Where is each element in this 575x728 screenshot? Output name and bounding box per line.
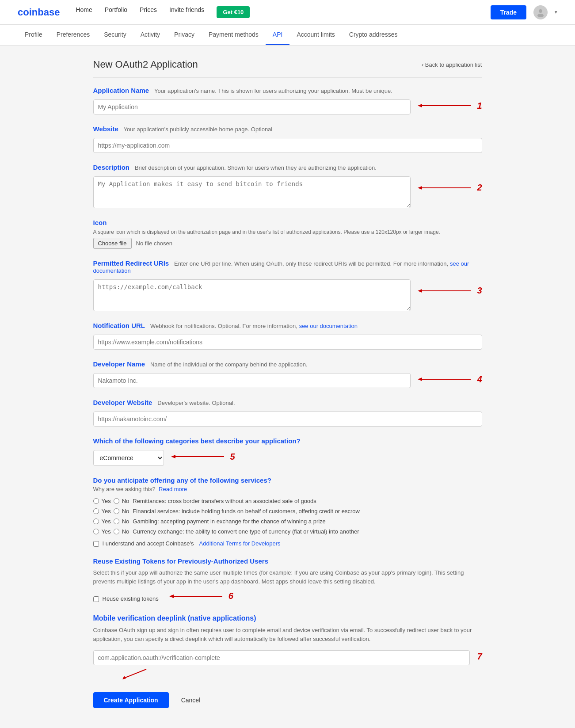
- service-label-3: Currency exchange: the ability to conver…: [133, 528, 359, 535]
- terms-checkbox-row: I understand and accept Coinbase's Addit…: [93, 540, 482, 547]
- app-name-input[interactable]: [93, 99, 411, 114]
- nav-portfolio[interactable]: Portfolio: [105, 6, 127, 18]
- tab-account-limits[interactable]: Account limits: [289, 25, 342, 45]
- tab-payment-methods[interactable]: Payment methods: [202, 25, 266, 45]
- reuse-tokens-checkbox[interactable]: [93, 596, 99, 602]
- annotation-num-3: 3: [477, 286, 482, 296]
- notification-doc-link[interactable]: see our documentation: [299, 323, 358, 329]
- tab-preferences[interactable]: Preferences: [50, 25, 97, 45]
- icon-label: Icon: [93, 219, 107, 226]
- mobile-deeplink-input[interactable]: [93, 650, 470, 665]
- service-yes-radio-2[interactable]: [93, 518, 99, 524]
- redirect-uris-textarea[interactable]: [93, 279, 411, 311]
- service-no-radio-0[interactable]: [114, 498, 119, 504]
- mobile-deeplink-title: Mobile verification deeplink (native app…: [93, 614, 482, 622]
- reuse-tokens-desc: Select this if your app will authorize t…: [93, 568, 482, 586]
- service-yes-no-3: Yes No: [93, 528, 129, 535]
- page-title: New OAuth2 Application: [93, 59, 198, 70]
- tab-security[interactable]: Security: [97, 25, 133, 45]
- annotation-2: 2: [418, 183, 482, 193]
- description-textarea[interactable]: [93, 176, 411, 208]
- header: coinbase Home Portfolio Prices Invite fr…: [0, 0, 575, 25]
- trade-button[interactable]: Trade: [491, 5, 526, 19]
- tab-api[interactable]: API: [266, 25, 290, 45]
- website-desc: Your application's publicly accessible h…: [124, 126, 273, 133]
- terms-label: I understand and accept Coinbase's: [103, 540, 194, 547]
- redirect-uris-section: Permitted Redirect URIs Enter one URI pe…: [93, 259, 482, 311]
- category-select[interactable]: eCommerce Finance Gaming Social Other: [93, 450, 164, 466]
- nav-prices[interactable]: Prices: [140, 6, 157, 18]
- service-yes-radio-3[interactable]: [93, 529, 99, 534]
- service-label-2: Gambling: accepting payment in exchange …: [133, 518, 325, 525]
- create-application-button[interactable]: Create Application: [93, 692, 169, 708]
- icon-desc: A square icon which is displayed on the …: [93, 229, 482, 235]
- services-read-more-link[interactable]: Read more: [159, 486, 187, 492]
- website-input[interactable]: [93, 138, 482, 153]
- category-label: Which of the following categories best d…: [93, 437, 301, 445]
- tab-privacy[interactable]: Privacy: [167, 25, 202, 45]
- annotation-num-7: 7: [477, 652, 482, 662]
- service-no-radio-2[interactable]: [114, 518, 119, 524]
- nav-invite[interactable]: Invite friends: [169, 6, 204, 18]
- service-no-radio-3[interactable]: [114, 529, 119, 534]
- tab-activity[interactable]: Activity: [133, 25, 167, 45]
- cancel-button[interactable]: Cancel: [174, 692, 208, 708]
- service-yes-radio-0[interactable]: [93, 498, 99, 504]
- notification-url-label: Notification URL: [93, 322, 145, 329]
- app-name-desc: Your application's name. This is shown f…: [154, 88, 392, 94]
- category-label-row: Which of the following categories best d…: [93, 437, 482, 445]
- service-yes-no-1: Yes No: [93, 508, 129, 515]
- developer-website-desc: Developer's website. Optional.: [157, 400, 235, 406]
- main-content: New OAuth2 Application ‹ Back to applica…: [76, 46, 500, 728]
- svg-marker-9: [418, 377, 422, 381]
- annotation-7-arrow: [120, 667, 155, 680]
- terms-link[interactable]: Additional Terms for Developers: [199, 540, 281, 547]
- main-nav: Home Portfolio Prices Invite friends Get…: [76, 6, 490, 18]
- terms-checkbox[interactable]: [93, 541, 99, 547]
- description-label: Description: [93, 164, 130, 171]
- developer-website-label-row: Developer Website Developer's website. O…: [93, 399, 482, 406]
- developer-name-input[interactable]: [93, 373, 411, 388]
- annotation-num-4: 4: [477, 374, 482, 385]
- service-row-1: Yes No Financial services: include holdi…: [93, 508, 482, 515]
- description-desc: Brief description of your application. S…: [135, 164, 377, 171]
- svg-point-1: [537, 14, 544, 17]
- nav-home[interactable]: Home: [76, 6, 92, 18]
- reuse-tokens-section: Reuse Existing Tokens for Previously-Aut…: [93, 557, 482, 602]
- description-label-row: Description Brief description of your ap…: [93, 164, 482, 171]
- description-section: Description Brief description of your ap…: [93, 164, 482, 208]
- website-label: Website: [93, 125, 118, 133]
- reuse-tokens-checkbox-label: Reuse existing tokens: [103, 595, 159, 602]
- notification-url-section: Notification URL Webhook for notificatio…: [93, 322, 482, 350]
- notification-url-input[interactable]: [93, 335, 482, 350]
- icon-section: Icon A square icon which is displayed on…: [93, 219, 482, 249]
- services-why-text: Why are we asking this?: [93, 486, 156, 492]
- page-header: New OAuth2 Application ‹ Back to applica…: [93, 59, 482, 78]
- service-yes-radio-1[interactable]: [93, 508, 99, 514]
- service-row-2: Yes No Gambling: accepting payment in ex…: [93, 518, 482, 525]
- developer-name-section: Developer Name Name of the individual or…: [93, 360, 482, 388]
- app-name-section: Application Name Your application's name…: [93, 87, 482, 114]
- redirect-uris-desc: Enter one URI per line. When using OAuth…: [174, 260, 448, 267]
- get-euro-button[interactable]: Get €10: [217, 6, 250, 18]
- back-to-app-list-link[interactable]: ‹ Back to application list: [422, 61, 482, 68]
- mobile-deeplink-section: Mobile verification deeplink (native app…: [93, 614, 482, 682]
- reuse-tokens-title: Reuse Existing Tokens for Previously-Aut…: [93, 557, 482, 565]
- service-no-radio-1[interactable]: [114, 508, 119, 514]
- tab-crypto-addresses[interactable]: Crypto addresses: [342, 25, 405, 45]
- svg-marker-7: [418, 289, 422, 293]
- developer-website-input[interactable]: [93, 412, 482, 427]
- tabs-bar: Profile Preferences Security Activity Pr…: [0, 25, 575, 46]
- avatar[interactable]: [533, 5, 548, 19]
- tab-profile[interactable]: Profile: [18, 25, 50, 45]
- developer-name-desc: Name of the individual or the company be…: [150, 361, 308, 368]
- svg-marker-13: [169, 595, 174, 598]
- website-section: Website Your application's publicly acce…: [93, 125, 482, 153]
- category-section: Which of the following categories best d…: [93, 437, 482, 466]
- redirect-uris-label: Permitted Redirect URIs: [93, 259, 169, 267]
- services-why: Why are we asking this? Read more: [93, 486, 482, 492]
- avatar-chevron-icon: ▾: [555, 9, 557, 15]
- reuse-checkbox-row: Reuse existing tokens: [93, 595, 159, 602]
- choose-file-button[interactable]: Choose file: [93, 238, 132, 249]
- services-title: Do you anticipate offering any of the fo…: [93, 476, 482, 484]
